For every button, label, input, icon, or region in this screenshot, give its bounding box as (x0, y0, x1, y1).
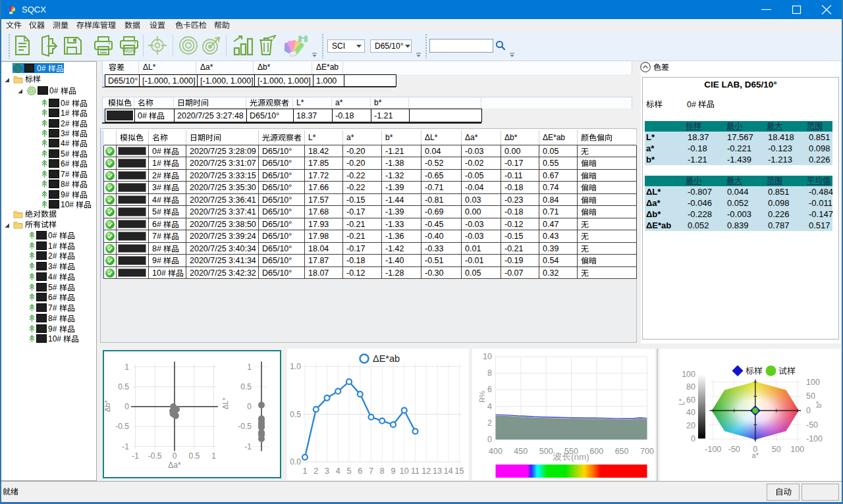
svg-text:4: 4 (487, 402, 492, 411)
svg-text:0.5: 0.5 (240, 382, 252, 391)
svg-text:Δb*: Δb* (103, 400, 111, 412)
svg-text:0: 0 (173, 451, 177, 461)
svg-text:-1: -1 (244, 442, 252, 451)
svg-text:2: 2 (487, 418, 492, 428)
svg-text:10: 10 (483, 352, 492, 361)
svg-text:3: 3 (325, 466, 329, 476)
svg-text:0.5: 0.5 (188, 451, 200, 461)
svg-text:5: 5 (347, 466, 352, 476)
svg-text:14: 14 (444, 466, 453, 476)
svg-text:R%: R% (478, 391, 486, 403)
svg-text:-0.5: -0.5 (148, 451, 162, 461)
svg-text:0: 0 (247, 402, 252, 411)
svg-text:2: 2 (313, 466, 318, 476)
svg-text:11: 11 (411, 466, 420, 476)
svg-text:-0.5: -0.5 (238, 422, 252, 431)
svg-text:8: 8 (487, 368, 492, 378)
svg-text:4: 4 (336, 466, 340, 476)
svg-text:1.0: 1.0 (290, 362, 301, 371)
svg-text:0: 0 (487, 435, 492, 444)
svg-text:10: 10 (400, 466, 409, 476)
svg-text:12: 12 (422, 466, 431, 476)
svg-text:-1: -1 (132, 451, 139, 461)
svg-text:450: 450 (514, 447, 528, 456)
svg-text:15: 15 (455, 466, 464, 476)
svg-text:0.0: 0.0 (290, 457, 301, 466)
svg-text:Δa*: Δa* (168, 461, 181, 470)
svg-text:6: 6 (487, 385, 492, 394)
svg-text:Word: Word (122, 47, 136, 54)
svg-text:-0.5: -0.5 (115, 422, 129, 431)
svg-text:7: 7 (369, 466, 373, 476)
svg-text:500: 500 (539, 447, 553, 456)
svg-text:0.5: 0.5 (118, 382, 129, 391)
svg-text:700: 700 (640, 447, 654, 456)
svg-text:600: 600 (589, 447, 603, 456)
svg-text:ΔL*: ΔL* (221, 397, 229, 409)
svg-text:1: 1 (211, 451, 216, 461)
svg-text:-1: -1 (122, 442, 129, 451)
svg-text:0.5: 0.5 (290, 410, 301, 419)
svg-text:1: 1 (247, 363, 252, 372)
svg-text:400: 400 (489, 447, 503, 456)
svg-text:(nm): (nm) (571, 452, 589, 462)
svg-text:650: 650 (615, 447, 629, 456)
svg-text:0: 0 (124, 402, 129, 411)
svg-text:ΔE*ab: ΔE*ab (373, 353, 400, 364)
svg-text:13: 13 (433, 466, 442, 476)
svg-text:8: 8 (380, 466, 385, 476)
svg-text:1: 1 (124, 363, 129, 372)
svg-text:6: 6 (358, 466, 362, 476)
svg-text:9: 9 (391, 466, 396, 476)
svg-text:1: 1 (303, 466, 308, 476)
